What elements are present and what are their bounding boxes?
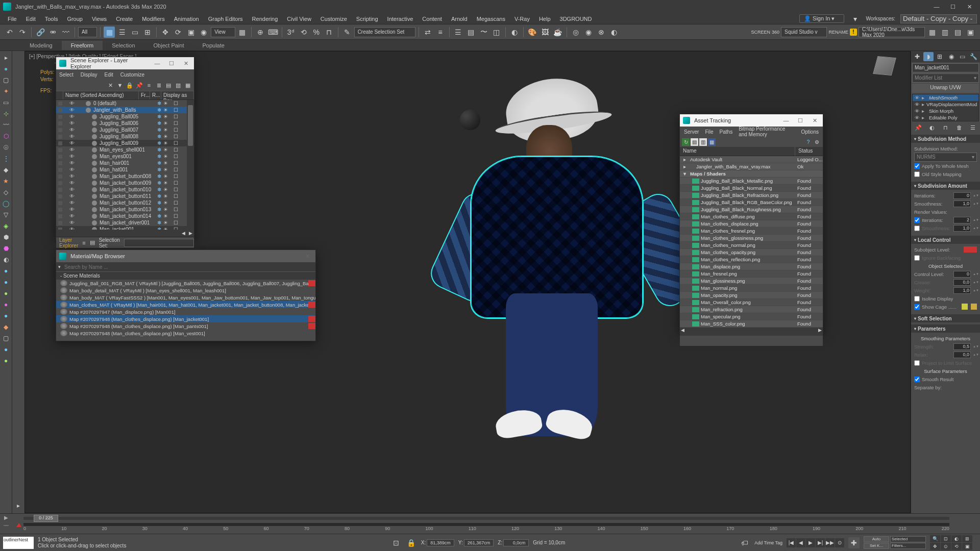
sign-in-button[interactable]: 👤 Sign In ▾ <box>799 14 844 23</box>
nav-pan-icon[interactable]: ✥ <box>930 543 940 550</box>
lt-misc1-icon[interactable]: ◆ <box>2 165 11 174</box>
next-frame-button[interactable]: ▶| <box>816 538 825 547</box>
cage-color1[interactable] <box>962 304 968 310</box>
lt-system-icon[interactable]: ⬡ <box>2 132 11 141</box>
tree-row[interactable]: 👁0 (default)❄☀☐ <box>56 100 194 107</box>
auto-key-button[interactable]: Auto <box>864 536 889 542</box>
se-menu-select[interactable]: Select <box>59 72 74 78</box>
lt-misc13-icon[interactable]: ● <box>2 300 11 309</box>
menu-civil-view[interactable]: Civil View <box>282 15 315 23</box>
render-frame-button[interactable]: 🖼 <box>540 27 551 38</box>
lt-misc2-icon[interactable]: ★ <box>2 177 11 186</box>
render-smoothness-input[interactable]: 1,0 <box>953 225 971 232</box>
tab-modeling[interactable]: Modeling <box>20 41 62 50</box>
mirror-button[interactable]: ⇄ <box>422 27 433 38</box>
lt-misc10-icon[interactable]: ● <box>2 266 11 276</box>
asset-row[interactable]: Man_clothes_glossiness.pngFound <box>680 235 823 242</box>
select-rectangle-button[interactable]: ▭ <box>129 27 140 38</box>
nav-fov-icon[interactable]: ◐ <box>951 535 962 542</box>
asset-row[interactable]: Man_specular.pngFound <box>680 313 823 320</box>
lt-misc16-icon[interactable]: ▢ <box>2 334 11 343</box>
asset-row[interactable]: Man_opacity.pngFound <box>680 292 823 299</box>
se-tool-lock-icon[interactable]: 🔒 <box>126 81 134 89</box>
lt-bone-icon[interactable]: ⦾ <box>2 143 11 152</box>
at-tool-help-icon[interactable]: ? <box>804 138 812 146</box>
lt-misc14-icon[interactable]: ● <box>2 311 11 320</box>
selection-filter-dropdown[interactable]: All <box>78 27 97 37</box>
timeline-icon1[interactable]: ▶ <box>2 515 10 522</box>
at-tool-gear-icon[interactable]: ⚙ <box>813 138 821 146</box>
weight-input[interactable]: 1,0 <box>953 287 971 294</box>
extra-btn4[interactable]: ▣ <box>965 27 976 38</box>
asset-row[interactable]: Man_normal.pngFound <box>680 285 823 292</box>
vray-btn3[interactable]: ⊗ <box>596 27 607 38</box>
at-tool-4[interactable]: ▦ <box>708 138 716 146</box>
extra-btn2[interactable]: ▥ <box>939 27 950 38</box>
help-dropdown-icon[interactable]: ▾ <box>849 13 861 24</box>
lt-expand-icon[interactable]: ▸ <box>2 53 11 62</box>
se-tool-2[interactable]: ≣ <box>155 81 163 89</box>
material-row[interactable]: Map #2070297948 (Man_clothes_displace.pn… <box>56 322 315 330</box>
at-hscrollbar[interactable]: ◀ ▶ <box>680 328 823 336</box>
juggling-ball[interactable] <box>460 110 480 130</box>
menu-rendering[interactable]: Rendering <box>248 15 283 23</box>
tree-row[interactable]: 👁Man_jacket_button011❄☀☐ <box>56 193 194 199</box>
se-col-r[interactable]: R... <box>150 91 161 99</box>
project-path-dropdown[interactable]: C:\Users\1\One...w\3ds Max 2020 <box>859 27 925 37</box>
material-row[interactable]: Map #2070297947 (Man_displace.png) [Man0… <box>56 308 315 315</box>
modifier-stack-item[interactable]: 👁▸MeshSmooth <box>913 94 978 101</box>
x-input[interactable]: 81,389cm <box>427 539 454 546</box>
menu-content[interactable]: Content <box>418 15 447 23</box>
edit-selection-set-button[interactable]: ✎ <box>341 27 353 38</box>
angle-snap-button[interactable]: ⟲ <box>298 27 309 38</box>
relax-input[interactable]: 0,0 <box>953 352 971 358</box>
nav-zoomext-icon[interactable]: ⊞ <box>962 535 972 542</box>
rollout-parameters[interactable]: Parameters <box>911 324 980 333</box>
isolate-icon[interactable]: ⊡ <box>390 537 402 548</box>
tree-row[interactable]: 👁Man_jacket_button010❄☀☐ <box>56 186 194 193</box>
lt-misc8-icon[interactable]: ⬣ <box>2 244 11 253</box>
cage-color2[interactable] <box>971 304 977 310</box>
material-row[interactable]: Man_clothes_MAT ( VRayMtl ) [Man_hair001… <box>56 301 315 308</box>
tree-row[interactable]: 👁Man_eyes_shell001❄☀☐ <box>56 146 194 153</box>
cp-tab-utilities-icon[interactable]: 🔧 <box>969 52 979 61</box>
asset-row[interactable]: Man_clothes_displace.pngFound <box>680 220 823 228</box>
timeline-icon2[interactable]: 〰 <box>2 523 10 530</box>
window-maximize-button[interactable]: ☐ <box>945 2 961 12</box>
se-tool-5[interactable]: ▦ <box>184 81 192 89</box>
render-production-button[interactable]: ☕ <box>552 27 564 38</box>
lt-misc5-icon[interactable]: ▽ <box>2 210 11 219</box>
panel-minimize-button[interactable]: — <box>152 60 162 66</box>
scale-button[interactable]: ▣ <box>185 27 197 38</box>
tree-row[interactable]: 👁Man_hair001❄☀☐ <box>56 160 194 166</box>
lt-cube-icon[interactable]: ▢ <box>2 76 11 85</box>
key-mode-button[interactable]: ⊙ <box>835 538 844 547</box>
object-name-field[interactable]: Man_jacket001 <box>912 63 979 72</box>
material-row[interactable]: Map #2070297948 (Man_clothes_displace.pn… <box>56 330 315 337</box>
menu-views[interactable]: Views <box>87 15 111 23</box>
asset-row[interactable]: Juggling_Ball_Black_Metallic.pngFound <box>680 178 823 185</box>
view-cube[interactable] <box>869 57 900 82</box>
y-input[interactable]: 261,367cm <box>464 539 494 546</box>
lt-misc12-icon[interactable]: ● <box>2 289 11 298</box>
crease-input[interactable]: 0,0 <box>953 279 971 286</box>
se-tool-pin-icon[interactable]: 📌 <box>135 81 143 89</box>
modifier-stack-item[interactable]: 👁▸Skin Morph <box>913 108 978 114</box>
set-key-button[interactable]: Set K... <box>864 543 889 549</box>
prev-frame-button[interactable]: ◀ <box>796 538 805 547</box>
warning-icon[interactable]: ! <box>850 29 857 36</box>
extra-btn1[interactable]: ▦ <box>926 27 938 38</box>
smoothness-input[interactable]: 1,0 <box>953 201 971 207</box>
goto-end-button[interactable]: ▶▶ <box>825 538 835 547</box>
asset-row[interactable]: Man_clothes_opacity.pngFound <box>680 249 823 256</box>
at-menu-options[interactable]: Options <box>801 129 819 135</box>
menu-customize[interactable]: Customize <box>316 15 352 23</box>
se-menu-customize[interactable]: Customize <box>120 72 144 78</box>
toggle-ribbon-button[interactable]: ▤ <box>465 27 477 38</box>
at-minimize-button[interactable]: — <box>781 117 791 123</box>
link-button[interactable]: 🔗 <box>35 27 46 38</box>
menu-interactive[interactable]: Interactive <box>383 15 418 23</box>
window-close-button[interactable]: ✕ <box>962 2 977 12</box>
timeline-track[interactable] <box>23 517 949 520</box>
tree-row[interactable]: 👁Juggling_Ball006❄☀☐ <box>56 120 194 127</box>
